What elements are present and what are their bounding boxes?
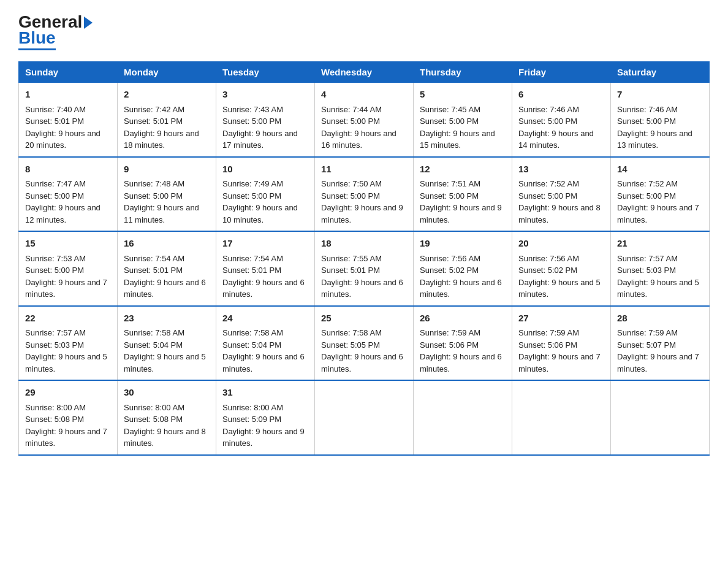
day-cell: 13 Sunrise: 7:52 AMSunset: 5:00 PMDaylig… bbox=[512, 157, 611, 232]
day-info: Sunrise: 7:40 AMSunset: 5:01 PMDaylight:… bbox=[25, 105, 100, 150]
day-number: 28 bbox=[617, 312, 703, 326]
day-cell bbox=[512, 380, 611, 455]
day-info: Sunrise: 7:43 AMSunset: 5:00 PMDaylight:… bbox=[222, 105, 298, 150]
calendar-header-row: SundayMondayTuesdayWednesdayThursdayFrid… bbox=[19, 62, 710, 83]
day-cell: 3 Sunrise: 7:43 AMSunset: 5:00 PMDayligh… bbox=[216, 83, 315, 157]
day-info: Sunrise: 7:55 AMSunset: 5:01 PMDaylight:… bbox=[321, 254, 403, 299]
day-number: 11 bbox=[321, 163, 407, 177]
header-saturday: Saturday bbox=[611, 62, 710, 83]
day-number: 26 bbox=[420, 312, 506, 326]
day-info: Sunrise: 7:42 AMSunset: 5:01 PMDaylight:… bbox=[124, 105, 199, 150]
day-number: 8 bbox=[25, 163, 111, 177]
week-row-2: 8 Sunrise: 7:47 AMSunset: 5:00 PMDayligh… bbox=[19, 157, 710, 232]
week-row-3: 15 Sunrise: 7:53 AMSunset: 5:00 PMDaylig… bbox=[19, 231, 710, 306]
day-number: 20 bbox=[518, 237, 604, 251]
week-row-4: 22 Sunrise: 7:57 AMSunset: 5:03 PMDaylig… bbox=[19, 306, 710, 381]
logo-blue-word: Blue bbox=[18, 28, 56, 48]
day-number: 6 bbox=[518, 88, 604, 102]
day-info: Sunrise: 7:46 AMSunset: 5:00 PMDaylight:… bbox=[617, 105, 692, 150]
day-cell bbox=[414, 380, 512, 455]
day-info: Sunrise: 7:50 AMSunset: 5:00 PMDaylight:… bbox=[321, 179, 403, 224]
day-info: Sunrise: 7:47 AMSunset: 5:00 PMDaylight:… bbox=[25, 179, 100, 224]
header-monday: Monday bbox=[118, 62, 216, 83]
day-number: 27 bbox=[518, 312, 604, 326]
day-cell: 22 Sunrise: 7:57 AMSunset: 5:03 PMDaylig… bbox=[19, 306, 118, 381]
day-info: Sunrise: 7:58 AMSunset: 5:04 PMDaylight:… bbox=[222, 328, 305, 373]
day-number: 21 bbox=[617, 237, 703, 251]
week-row-1: 1 Sunrise: 7:40 AMSunset: 5:01 PMDayligh… bbox=[19, 83, 710, 157]
day-number: 18 bbox=[321, 237, 407, 251]
day-cell: 15 Sunrise: 7:53 AMSunset: 5:00 PMDaylig… bbox=[19, 231, 118, 306]
day-cell: 11 Sunrise: 7:50 AMSunset: 5:00 PMDaylig… bbox=[315, 157, 414, 232]
day-cell: 5 Sunrise: 7:45 AMSunset: 5:00 PMDayligh… bbox=[414, 83, 512, 157]
day-cell: 16 Sunrise: 7:54 AMSunset: 5:01 PMDaylig… bbox=[118, 231, 216, 306]
logo: General Blue bbox=[18, 12, 93, 50]
day-number: 13 bbox=[518, 163, 604, 177]
day-number: 31 bbox=[222, 386, 308, 400]
day-info: Sunrise: 7:54 AMSunset: 5:01 PMDaylight:… bbox=[124, 254, 206, 299]
day-number: 23 bbox=[124, 312, 210, 326]
day-cell: 10 Sunrise: 7:49 AMSunset: 5:00 PMDaylig… bbox=[216, 157, 315, 232]
day-cell: 14 Sunrise: 7:52 AMSunset: 5:00 PMDaylig… bbox=[611, 157, 710, 232]
day-cell: 8 Sunrise: 7:47 AMSunset: 5:00 PMDayligh… bbox=[19, 157, 118, 232]
day-info: Sunrise: 8:00 AMSunset: 5:08 PMDaylight:… bbox=[124, 403, 206, 448]
day-cell bbox=[611, 380, 710, 455]
day-number: 1 bbox=[25, 88, 111, 102]
logo-underline bbox=[18, 48, 56, 50]
day-cell bbox=[315, 380, 414, 455]
day-cell: 28 Sunrise: 7:59 AMSunset: 5:07 PMDaylig… bbox=[611, 306, 710, 381]
calendar-table: SundayMondayTuesdayWednesdayThursdayFrid… bbox=[18, 61, 710, 456]
day-info: Sunrise: 8:00 AMSunset: 5:08 PMDaylight:… bbox=[25, 403, 107, 448]
day-number: 5 bbox=[420, 88, 506, 102]
day-cell: 21 Sunrise: 7:57 AMSunset: 5:03 PMDaylig… bbox=[611, 231, 710, 306]
day-cell: 23 Sunrise: 7:58 AMSunset: 5:04 PMDaylig… bbox=[118, 306, 216, 381]
day-cell: 30 Sunrise: 8:00 AMSunset: 5:08 PMDaylig… bbox=[118, 380, 216, 455]
day-info: Sunrise: 7:58 AMSunset: 5:05 PMDaylight:… bbox=[321, 328, 403, 373]
day-info: Sunrise: 7:44 AMSunset: 5:00 PMDaylight:… bbox=[321, 105, 396, 150]
day-info: Sunrise: 7:57 AMSunset: 5:03 PMDaylight:… bbox=[25, 328, 107, 373]
day-info: Sunrise: 7:57 AMSunset: 5:03 PMDaylight:… bbox=[617, 254, 699, 299]
day-number: 22 bbox=[25, 312, 111, 326]
day-cell: 24 Sunrise: 7:58 AMSunset: 5:04 PMDaylig… bbox=[216, 306, 315, 381]
header-wednesday: Wednesday bbox=[315, 62, 414, 83]
header-sunday: Sunday bbox=[19, 62, 118, 83]
day-number: 4 bbox=[321, 88, 407, 102]
day-number: 2 bbox=[124, 88, 210, 102]
day-cell: 31 Sunrise: 8:00 AMSunset: 5:09 PMDaylig… bbox=[216, 380, 315, 455]
day-number: 10 bbox=[222, 163, 308, 177]
day-number: 14 bbox=[617, 163, 703, 177]
logo-arrow-icon bbox=[84, 17, 93, 29]
day-info: Sunrise: 7:49 AMSunset: 5:00 PMDaylight:… bbox=[222, 179, 298, 224]
day-number: 3 bbox=[222, 88, 308, 102]
day-cell: 17 Sunrise: 7:54 AMSunset: 5:01 PMDaylig… bbox=[216, 231, 315, 306]
day-info: Sunrise: 8:00 AMSunset: 5:09 PMDaylight:… bbox=[222, 403, 305, 448]
day-info: Sunrise: 7:48 AMSunset: 5:00 PMDaylight:… bbox=[124, 179, 199, 224]
day-number: 19 bbox=[420, 237, 506, 251]
day-number: 12 bbox=[420, 163, 506, 177]
day-info: Sunrise: 7:59 AMSunset: 5:07 PMDaylight:… bbox=[617, 328, 699, 373]
day-cell: 18 Sunrise: 7:55 AMSunset: 5:01 PMDaylig… bbox=[315, 231, 414, 306]
day-cell: 27 Sunrise: 7:59 AMSunset: 5:06 PMDaylig… bbox=[512, 306, 611, 381]
day-number: 15 bbox=[25, 237, 111, 251]
day-number: 17 bbox=[222, 237, 308, 251]
day-number: 25 bbox=[321, 312, 407, 326]
header-thursday: Thursday bbox=[414, 62, 512, 83]
header-friday: Friday bbox=[512, 62, 611, 83]
day-info: Sunrise: 7:54 AMSunset: 5:01 PMDaylight:… bbox=[222, 254, 305, 299]
day-cell: 2 Sunrise: 7:42 AMSunset: 5:01 PMDayligh… bbox=[118, 83, 216, 157]
day-cell: 4 Sunrise: 7:44 AMSunset: 5:00 PMDayligh… bbox=[315, 83, 414, 157]
day-number: 9 bbox=[124, 163, 210, 177]
day-info: Sunrise: 7:56 AMSunset: 5:02 PMDaylight:… bbox=[518, 254, 601, 299]
day-info: Sunrise: 7:59 AMSunset: 5:06 PMDaylight:… bbox=[420, 328, 502, 373]
day-info: Sunrise: 7:45 AMSunset: 5:00 PMDaylight:… bbox=[420, 105, 495, 150]
page-header: General Blue bbox=[18, 12, 710, 50]
day-info: Sunrise: 7:53 AMSunset: 5:00 PMDaylight:… bbox=[25, 254, 107, 299]
logo-blue-section: Blue bbox=[18, 32, 56, 50]
day-info: Sunrise: 7:46 AMSunset: 5:00 PMDaylight:… bbox=[518, 105, 594, 150]
day-number: 16 bbox=[124, 237, 210, 251]
day-info: Sunrise: 7:58 AMSunset: 5:04 PMDaylight:… bbox=[124, 328, 206, 373]
day-info: Sunrise: 7:51 AMSunset: 5:00 PMDaylight:… bbox=[420, 179, 502, 224]
day-cell: 6 Sunrise: 7:46 AMSunset: 5:00 PMDayligh… bbox=[512, 83, 611, 157]
day-number: 29 bbox=[25, 386, 111, 400]
day-cell: 26 Sunrise: 7:59 AMSunset: 5:06 PMDaylig… bbox=[414, 306, 512, 381]
